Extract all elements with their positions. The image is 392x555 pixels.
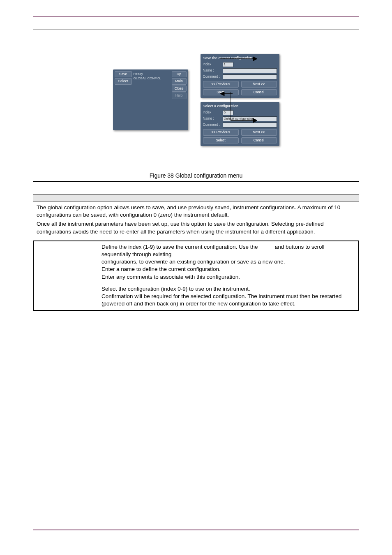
breadcrumb-global-config: GLOBAL CONFIG.	[134, 76, 170, 81]
select-c-button[interactable]: Select	[203, 137, 239, 143]
desc-p2: Once all the instrument parameters have …	[37, 220, 355, 235]
main-button[interactable]: Main	[172, 78, 187, 84]
next-button[interactable]: Next >>	[241, 81, 277, 87]
row2-text: Select the configuration (index 0-9) to …	[98, 283, 359, 310]
arrow-right-icon	[220, 55, 257, 63]
label-index: Index	[203, 62, 220, 67]
status-ready: Ready	[134, 72, 170, 76]
svg-marker-3	[220, 92, 224, 96]
svg-marker-1	[253, 57, 257, 61]
panel-global-config: Save Select Ready GLOBAL CONFIG. Up Main…	[113, 69, 188, 130]
svg-marker-4	[253, 118, 257, 123]
label-index-c: Index	[203, 110, 220, 115]
cancel-c-button[interactable]: Cancel	[241, 137, 277, 143]
desc-p1: The global configuration option allows u…	[37, 204, 355, 219]
params-table: Define the index (1-9) to save the curre…	[33, 241, 359, 310]
up-button[interactable]: Up	[172, 71, 187, 77]
arrow-elbow-icon	[231, 92, 257, 125]
next-c-button[interactable]: Next >>	[241, 129, 277, 135]
description-box: The global configuration option allows u…	[33, 194, 359, 311]
row1-label	[34, 241, 98, 283]
label-comment-c: Comment :	[203, 123, 220, 127]
label-name-c: Name :	[203, 116, 220, 121]
help-button: Help	[172, 92, 187, 99]
save-button[interactable]: Save	[115, 71, 132, 77]
description-head	[33, 194, 359, 201]
figure-caption: Figure 38 Global configuration menu	[33, 170, 359, 181]
label-comment: Comment :	[203, 74, 220, 79]
row1-text: Define the index (1-9) to save the curre…	[98, 241, 359, 283]
label-name: Name :	[203, 68, 220, 73]
row2-label	[34, 283, 98, 310]
input-b-comment[interactable]	[223, 74, 277, 79]
prev-c-button[interactable]: << Previous	[203, 129, 239, 135]
input-b-name[interactable]	[223, 68, 277, 73]
select-button[interactable]: Select	[115, 78, 132, 84]
header-divider	[33, 16, 359, 17]
prev-button[interactable]: << Previous	[203, 81, 239, 87]
close-button[interactable]: Close	[172, 86, 187, 92]
footer-divider	[33, 530, 359, 530]
figure-container: Save Select Ready GLOBAL CONFIG. Up Main…	[33, 30, 359, 182]
